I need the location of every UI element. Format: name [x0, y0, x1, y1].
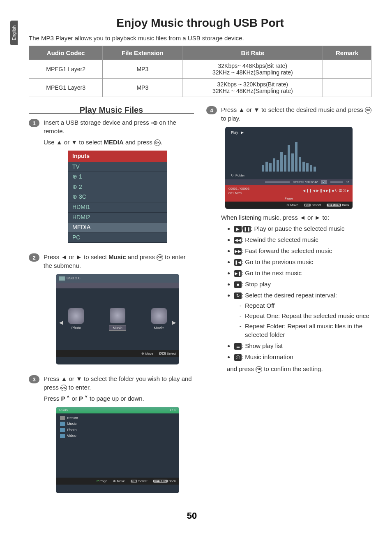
footer-back: RETURN Back: [327, 203, 349, 207]
ok-icon: OK: [60, 385, 67, 391]
cell-ext: MP3: [103, 60, 182, 79]
repeat-off: Repeat Off: [245, 301, 371, 310]
step4-text: Press ▲ or ▼ to select the desired music…: [221, 105, 371, 123]
volume-value: 16: [346, 180, 349, 184]
action-rewind: ◀◀: Rewind the selected music: [234, 235, 371, 244]
action-repeat: ↻: Select the desired repeat interval: R…: [234, 291, 371, 339]
actions-intro: When listening music, press ◄ or ► to:: [221, 213, 371, 222]
cell-codec: MPEG1 Layer3: [29, 79, 103, 97]
inputs-item: ⊕ 1: [68, 172, 167, 182]
th-codec: Audio Codec: [29, 46, 103, 60]
ok-icon: OK: [256, 366, 262, 373]
fast-forward-icon: ▶▶: [234, 248, 242, 255]
volume-bar: [330, 181, 343, 183]
usb-label: USB 2.0: [67, 276, 81, 281]
inputs-item: TV: [68, 162, 167, 172]
footer-select: OK Select: [304, 203, 321, 207]
table-row: MPEG1 Layer3 MP3 32Kbps ~ 320Kbps(Bit ra…: [29, 79, 371, 97]
step-number-1: 1: [29, 119, 39, 127]
step1-text-a: Insert a USB storage device and press on…: [44, 118, 194, 135]
inputs-item: HDMI1: [68, 202, 167, 213]
nav-icon: ⊕: [141, 352, 144, 355]
cell-codec: MPEG1 Layer2: [29, 60, 103, 79]
folder-mode-label: Folder: [235, 173, 245, 178]
return-icon: [60, 416, 65, 420]
footer-select: OK Select: [131, 479, 148, 483]
inputs-item: HDMI2: [68, 213, 167, 223]
step1-text-b: Use ▲ or ▼ to select MEDIA and press OK.: [44, 138, 194, 146]
inputs-item: ⊕ 3C: [68, 192, 167, 202]
page-title: Enjoy Music through USB Port: [29, 16, 371, 30]
action-prev: ❚◀: Go to the previous music: [234, 258, 371, 266]
action-playlist: ☰: Show play list: [234, 341, 371, 350]
time-display: 00:00:02 / 00:02:42: [293, 180, 318, 184]
photo-tile-icon: [68, 308, 84, 324]
av-icon: ⊕: [72, 173, 79, 180]
usb-drive-icon: [59, 276, 65, 281]
footer-move: ⊕ Move: [286, 203, 298, 207]
action-ff: ▶▶: Fast forward the selected music: [234, 246, 371, 255]
music-player-screenshot: Play ▶ ↻Folder 00:00:02 / 00:02:42🔊16 00…: [225, 127, 353, 209]
nav-icon: ⊕: [113, 479, 116, 483]
step2-text: Press ◄ or ► to select Music and press O…: [44, 253, 194, 270]
inputs-item-selected: MEDIA: [68, 223, 167, 233]
stop-icon: ■: [234, 281, 242, 288]
inputs-menu-screenshot: Inputs TV ⊕ 1 ⊕ 2 ⊕ 3C HDMI1 HDMI2 MEDIA…: [68, 151, 167, 243]
language-tab: English: [10, 21, 18, 45]
movie-label: Movie: [154, 325, 164, 331]
cell-remark: [323, 60, 371, 79]
music-label: Music: [109, 325, 126, 331]
th-remark: Remark: [323, 46, 371, 60]
folder-icon: [60, 428, 65, 432]
equalizer-icon: [225, 139, 353, 172]
track-count: 00001 / 00003: [228, 186, 249, 191]
rewind-icon: ◀◀: [234, 237, 242, 244]
page-indicator: 1 \ 1: [169, 408, 176, 412]
step-number-2: 2: [29, 253, 39, 262]
play-icon: ▶: [234, 226, 242, 232]
footer-move: ⊕ Move: [141, 351, 153, 356]
action-stop: ■: Stop play: [234, 280, 371, 288]
movie-tile-icon: [151, 308, 167, 324]
folder-list-screenshot: USB:\1 \ 1 Return Music Photo Video P Pa…: [56, 407, 179, 493]
ok-icon: OK: [154, 139, 161, 146]
cell-remark: [323, 79, 371, 97]
footer-select: OK Select: [159, 351, 176, 356]
cell-ext: MP3: [103, 79, 182, 97]
playlist-icon: ☰: [234, 343, 242, 350]
return-key-icon: RETURN: [327, 204, 341, 207]
pause-label: Pause: [225, 197, 353, 202]
svg-rect-0: [151, 123, 155, 123]
prev-track-icon: ❚◀: [234, 259, 242, 266]
pause-icon: ❚❚: [243, 226, 251, 232]
folder-item: Return: [60, 415, 175, 421]
volume-icon: 🔊: [321, 180, 327, 184]
repeat-icon: ↻: [231, 173, 234, 178]
th-ext: File Extension: [103, 46, 182, 60]
action-info: ⓘ: Music information: [234, 353, 371, 361]
table-row: MPEG1 Layer2 MP3 32Kbps~ 448Kbps(Bit rat…: [29, 60, 371, 79]
av-icon: ⊕: [72, 193, 79, 200]
folder-item: Video: [60, 433, 175, 439]
action-next: ▶❚: Go to the next music: [234, 269, 371, 277]
cell-rate: 32Kbps~ 448Kbps(Bit rate)32KHz ~ 48KHz(S…: [182, 60, 323, 79]
table-header-row: Audio Codec File Extension Bit Rate Rema…: [29, 46, 371, 60]
step3-text-b: Press P ˄ or P ˅ to page up or down.: [44, 394, 194, 403]
path-label: USB:\: [59, 408, 68, 412]
player-controls: ◀ ❚❚ ◀ ▶ ❚◀ ▶❚ ■ ↻ ☰ ⓘ ▶: [303, 188, 349, 193]
action-play-pause: ▶/❚❚: Play or pause the selected music: [234, 224, 371, 233]
track-filename: 001.MP3: [228, 191, 249, 195]
music-tile-icon: [110, 308, 125, 323]
nav-icon: ⊕: [286, 203, 289, 207]
footer-move: ⊕ Move: [113, 479, 125, 483]
page-number: 50: [12, 511, 371, 521]
return-key-icon: RETURN: [153, 480, 168, 483]
ok-icon: OK: [157, 254, 163, 261]
action-confirm: and press OK to confirm the setting.: [227, 364, 371, 373]
repeat-folder: Repeat Folder: Repeat all music files in…: [245, 322, 371, 339]
play-icon: ▶: [241, 130, 244, 135]
inputs-item: PC: [68, 233, 167, 243]
repeat-one: Repeat One: Repeat the selected music on…: [245, 311, 371, 320]
input-source-icon: [151, 120, 157, 126]
progress-bar: [265, 181, 290, 183]
